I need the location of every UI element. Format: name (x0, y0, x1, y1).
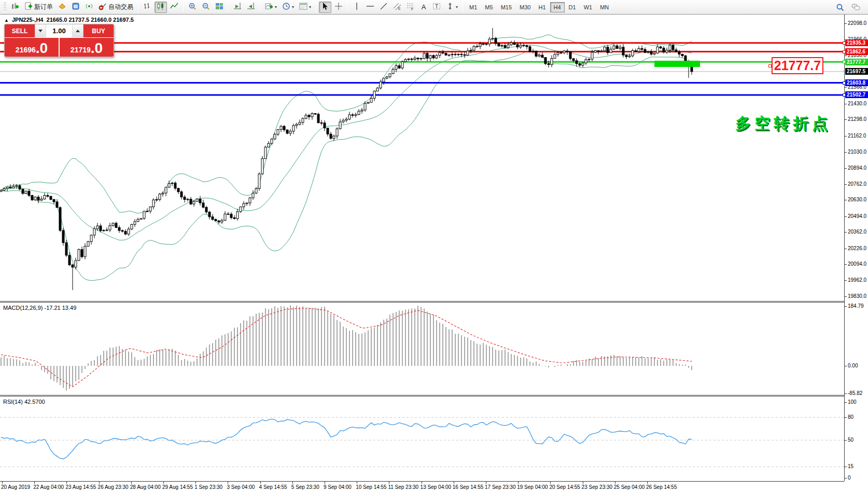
panel-divider[interactable] (0, 395, 868, 397)
data-window-button[interactable] (69, 2, 82, 13)
candle-body (118, 227, 120, 230)
turning-point-text-object[interactable]: 多空转折点 (735, 113, 831, 134)
line-anchor-icon[interactable] (843, 81, 846, 85)
sell-button[interactable]: SELL (5, 24, 35, 37)
line-anchor-icon[interactable] (843, 60, 846, 63)
indicators-button[interactable]: ▾ (263, 2, 279, 13)
line-anchor-icon[interactable] (843, 93, 846, 97)
new-chart-button[interactable] (9, 2, 21, 13)
candle-body (529, 47, 531, 52)
macd-panel-canvas[interactable] (0, 303, 844, 395)
candle-body (619, 47, 621, 49)
timeframe-MN[interactable]: MN (596, 2, 612, 12)
price-axis[interactable]: 22098.021966.021830.021566.021430.021298… (844, 15, 868, 481)
highlight-rectangle-object[interactable] (654, 61, 700, 67)
collapse-icon[interactable]: ▲ (4, 18, 9, 23)
axis-tick-label: 21298.0 (848, 116, 866, 122)
candle-body (526, 46, 528, 47)
candle-body (488, 39, 491, 44)
time-label: 17 Sep 23:30 (485, 484, 516, 490)
candle-body (616, 46, 618, 48)
candle-body (520, 45, 522, 47)
axis-tick (845, 393, 847, 394)
candle-body (448, 55, 450, 56)
candle-body (292, 126, 295, 131)
timeframe-D1[interactable]: D1 (565, 2, 580, 12)
periods-button[interactable]: ▾ (280, 2, 296, 13)
candle-body (25, 191, 27, 193)
candle-body (513, 43, 515, 44)
candle-body (579, 64, 581, 65)
time-tick (422, 482, 422, 484)
timeframe-M1[interactable]: M1 (466, 2, 481, 12)
buy-button[interactable]: BUY (83, 24, 114, 37)
chat-button[interactable] (849, 2, 863, 13)
candle-body (585, 60, 587, 63)
axis-tick-label: 20226.0 (848, 245, 866, 251)
level-price-label: 21935.3 (845, 39, 868, 46)
sell-price-frac: .0 (36, 42, 48, 55)
text-tool[interactable]: A (418, 2, 429, 13)
timeframe-M15[interactable]: M15 (497, 2, 515, 12)
fibonacci-tool[interactable]: F (404, 2, 417, 13)
separator (228, 2, 229, 12)
zoom-in-icon (188, 2, 197, 12)
shapes-tool[interactable]: ▾ (444, 2, 460, 13)
time-label: 4 Sep 14:55 (259, 484, 287, 490)
tile-windows-button[interactable] (213, 2, 226, 13)
line-chart-button[interactable] (168, 2, 180, 13)
candle-body (641, 48, 643, 49)
zoom-in-button[interactable] (186, 2, 199, 13)
vertical-line-tool[interactable] (351, 2, 363, 13)
autotrading-button[interactable]: 自动交易 (96, 2, 135, 13)
fibonacci-icon: F (407, 2, 415, 12)
timeframe-H4[interactable]: H4 (550, 2, 565, 12)
separator (316, 2, 316, 12)
timeframe-M30[interactable]: M30 (516, 2, 534, 12)
sell-price[interactable]: 21696.0 (5, 38, 59, 57)
horizontal-line-tool[interactable] (364, 2, 376, 13)
bar-chart-button[interactable] (141, 2, 153, 13)
buy-price[interactable]: 21719.0 (60, 38, 114, 57)
toolbar-grip[interactable] (4, 3, 6, 12)
label-tool[interactable]: T (430, 2, 443, 13)
axis-tick-label: 20094.0 (848, 261, 866, 267)
line-anchor-icon[interactable] (843, 50, 846, 53)
text-tool-icon: A (422, 4, 426, 10)
timeframe-M5[interactable]: M5 (481, 2, 496, 12)
timeframe-group: M1M5M15M30H1H4D1W1MN (466, 2, 612, 12)
search-button[interactable] (834, 2, 846, 13)
candlestick-button[interactable] (155, 2, 167, 13)
price-tag-object[interactable]: 21777.7 (772, 57, 823, 74)
time-tick (389, 482, 389, 484)
main-chart-canvas[interactable] (0, 15, 844, 301)
candle-body (560, 52, 562, 53)
cursor-button[interactable] (319, 2, 331, 13)
line-anchor-icon[interactable] (843, 42, 846, 45)
new-chart-icon (11, 2, 19, 12)
candle-body (538, 55, 540, 56)
volume-increase-button[interactable] (73, 24, 83, 37)
signals-button[interactable] (83, 2, 95, 13)
market-watch-button[interactable] (56, 2, 68, 13)
rsi-panel-canvas[interactable] (0, 397, 844, 481)
axis-tick (845, 184, 847, 185)
crosshair-button[interactable] (332, 2, 345, 13)
volume-decrease-button[interactable] (35, 24, 46, 37)
timeframe-H1[interactable]: H1 (535, 2, 549, 12)
time-label: 19 Sep 04:00 (517, 484, 548, 490)
candle-body (541, 55, 543, 58)
timeframe-W1[interactable]: W1 (580, 2, 596, 12)
new-order-button[interactable]: 新订单 (22, 2, 55, 13)
trendline-tool[interactable] (377, 2, 390, 13)
panel-divider[interactable] (0, 301, 868, 303)
time-label: 16 Sep 14:55 (453, 484, 484, 490)
time-axis[interactable]: 20 Aug 201922 Aug 04:0023 Aug 14:5526 Au… (0, 481, 844, 492)
chart-shift-button[interactable] (245, 2, 257, 13)
auto-scroll-button[interactable] (231, 2, 244, 13)
axis-tick-label: 21162.0 (848, 133, 866, 139)
channel-tool[interactable]: E (391, 2, 403, 13)
templates-button[interactable]: ▾ (297, 2, 313, 13)
zoom-out-button[interactable] (200, 2, 212, 13)
volume-input[interactable]: 1.00 (46, 24, 73, 37)
